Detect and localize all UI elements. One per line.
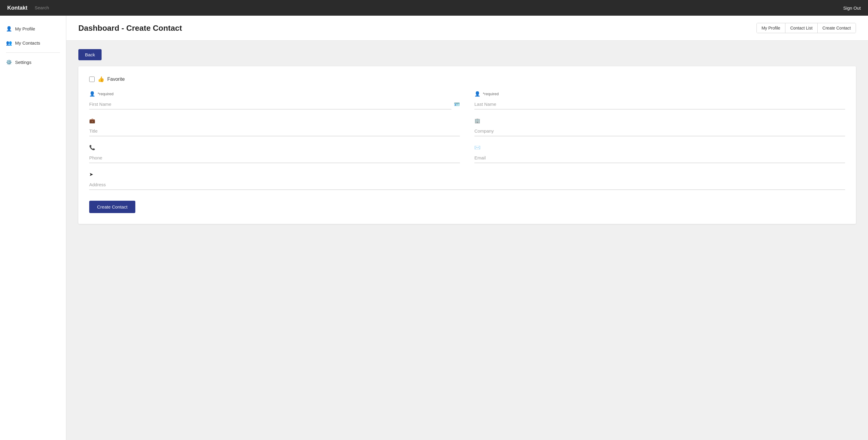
favorite-checkbox[interactable] [89,76,95,82]
company-input[interactable] [474,126,845,136]
thumbs-up-icon: 👍 [98,76,104,83]
search-input[interactable] [35,5,95,10]
breadcrumb-nav: My Profile Contact List Create Contact [756,23,856,33]
favorite-row: 👍 Favorite [89,76,845,83]
company-field: 🏢 [474,118,845,136]
email-icon: ✉️ [474,145,480,150]
breadcrumb-my-profile[interactable]: My Profile [757,23,785,33]
building-icon: 🏢 [474,118,480,124]
firstname-required-label: *required [98,92,114,96]
title-input[interactable] [89,126,460,136]
sidebar: 👤 My Profile 👥 My Contacts ⚙️ Settings [0,16,66,440]
first-name-input[interactable] [89,99,452,109]
sidebar-divider [6,53,60,53]
first-name-field: 👤 *required 🪪 [89,91,460,109]
title-field: 💼 [89,118,460,136]
settings-icon: ⚙️ [6,59,12,65]
sidebar-item-settings[interactable]: ⚙️ Settings [0,55,66,69]
search-container [35,5,836,10]
briefcase-icon: 💼 [89,118,95,124]
location-icon: ➤ [89,171,93,177]
last-name-field: 👤 *required [474,91,845,109]
create-contact-button[interactable]: Create Contact [89,201,135,213]
layout: 👤 My Profile 👥 My Contacts ⚙️ Settings D… [0,16,868,440]
email-field: ✉️ [474,145,845,163]
sign-out-button[interactable]: Sign Out [843,5,861,10]
phone-icon: 📞 [89,145,95,150]
app-brand: Kontakt [7,5,27,11]
lastname-required-label: *required [483,92,499,96]
sidebar-item-my-contacts[interactable]: 👥 My Contacts [0,36,66,50]
address-input[interactable] [89,180,845,190]
person-icon-lastname: 👤 [474,91,480,97]
favorite-label: Favorite [107,76,125,82]
top-navigation: Kontakt Sign Out [0,0,868,16]
create-contact-form-card: 👍 Favorite 👤 *required 🪪 [79,66,856,224]
address-field: ➤ [89,171,845,190]
email-input[interactable] [474,153,845,163]
contacts-icon: 👥 [6,40,12,46]
user-icon: 👤 [6,26,12,32]
main-content: Dashboard - Create Contact My Profile Co… [66,16,868,440]
breadcrumb-contact-list[interactable]: Contact List [785,23,818,33]
last-name-input[interactable] [474,99,845,109]
sidebar-label-my-profile: My Profile [15,26,35,31]
sidebar-label-settings: Settings [15,60,31,65]
form-fields-grid: 👤 *required 🪪 👤 *required [89,91,845,198]
sidebar-label-my-contacts: My Contacts [15,40,40,45]
sidebar-item-my-profile[interactable]: 👤 My Profile [0,22,66,36]
back-button[interactable]: Back [79,49,101,60]
phone-field: 📞 [89,145,460,163]
page-title: Dashboard - Create Contact [79,24,182,33]
breadcrumb-create-contact[interactable]: Create Contact [818,23,856,33]
id-card-icon: 🪪 [454,101,460,107]
phone-input[interactable] [89,153,460,163]
page-header: Dashboard - Create Contact My Profile Co… [66,16,868,41]
person-icon-firstname: 👤 [89,91,95,97]
